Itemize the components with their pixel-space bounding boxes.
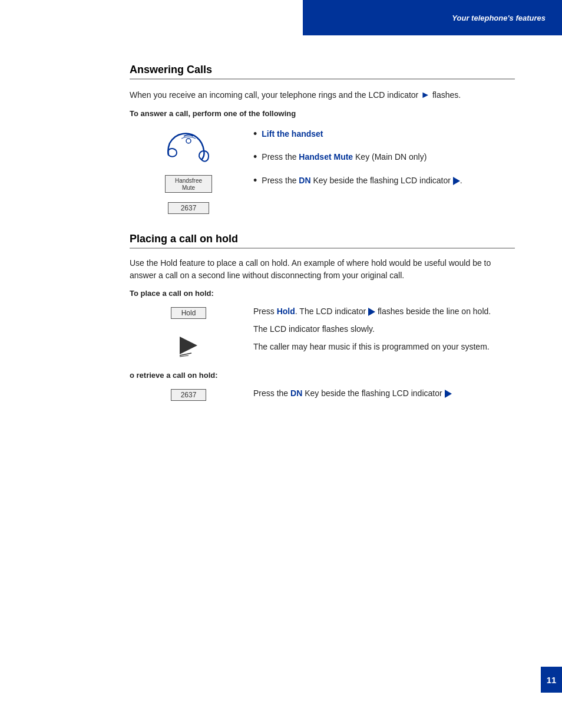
hold-col-left: Hold	[130, 305, 247, 360]
hold-press-text: Press Hold. The LCD indicator flashes be…	[253, 305, 515, 318]
placing-hold-title: Placing a call on hold	[130, 233, 515, 249]
bullet-lift-handset: • Lift the handset	[253, 128, 515, 141]
hold-key-highlight: Hold	[277, 307, 295, 316]
svg-point-0	[186, 139, 191, 143]
handsfree-mute-key: Handsfree Mute	[165, 175, 212, 193]
answering-calls-title: Answering Calls	[130, 64, 515, 80]
retrieve-arrow	[445, 390, 452, 398]
header-bar: Your telephone's features	[303, 0, 562, 35]
hold-arrow-illustration	[174, 331, 203, 360]
handset-illustration	[162, 130, 215, 166]
answer-two-col: Handsfree Mute 2637 • Lift the handset •	[130, 128, 515, 214]
hold-key-button: Hold	[171, 307, 206, 319]
dn-key-highlight: DN	[299, 176, 310, 185]
retrieve-label: o retrieve a call on hold:	[130, 371, 515, 380]
placing-hold-intro: Use the Hold feature to place a call on …	[130, 257, 515, 282]
retrieve-col-left: 2637	[130, 387, 247, 401]
hold-music-text: The caller may hear music if this is pro…	[253, 340, 515, 353]
retrieve-dn-highlight: DN	[290, 388, 302, 398]
svg-marker-1	[180, 337, 197, 354]
page-number-badge: 11	[541, 667, 562, 693]
lift-handset-link[interactable]: Lift the handset	[262, 129, 323, 139]
hold-col-right: Press Hold. The LCD indicator flashes be…	[253, 305, 515, 360]
header-title: Your telephone's features	[452, 14, 546, 22]
bullet-handset-mute: • Press the Handset Mute Key (Main DN on…	[253, 151, 515, 164]
retrieve-two-col: 2637 Press the DN Key beside the flashin…	[130, 387, 515, 401]
bullet-dn-key: • Press the DN Key beside the flashing L…	[253, 174, 515, 187]
place-hold-label: To place a call on hold:	[130, 289, 515, 298]
answer-col-right: • Lift the handset • Press the Handset M…	[253, 128, 515, 214]
main-content: Answering Calls When you receive an inco…	[0, 35, 562, 424]
hold-lcd-slow-text: The LCD indicator flashes slowly.	[253, 322, 515, 335]
lcd-arrow-icon: ►	[421, 88, 430, 102]
retrieve-text: Press the DN Key beside the flashing LCD…	[253, 387, 515, 400]
answer-col-left: Handsfree Mute 2637	[130, 128, 247, 214]
section-placing-hold: Placing a call on hold Use the Hold feat…	[130, 233, 515, 401]
lcd-arrow-indicator	[453, 177, 460, 185]
dn-key-2637-retrieve: 2637	[171, 389, 206, 401]
retrieve-col-right: Press the DN Key beside the flashing LCD…	[253, 387, 515, 401]
section-answering-calls: Answering Calls When you receive an inco…	[130, 64, 515, 214]
handset-mute-highlight: Handset Mute	[299, 152, 353, 162]
answer-instruction-label: To answer a call, perform one of the fol…	[130, 108, 515, 120]
dn-key-2637-answer: 2637	[168, 202, 209, 214]
hold-lcd-arrow	[368, 308, 375, 316]
answering-calls-intro: When you receive an incoming call, your …	[130, 88, 515, 102]
svg-line-2	[180, 353, 191, 355]
hold-two-col: Hold Press Hold. The LCD indicator flash…	[130, 305, 515, 360]
